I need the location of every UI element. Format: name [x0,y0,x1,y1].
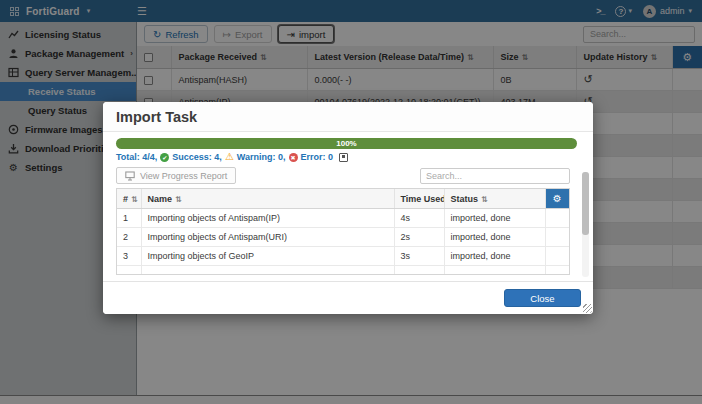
cell-task-name: Importing objects of GeoIP [141,247,394,266]
cell-num: 1 [117,209,141,228]
col-time-used[interactable]: Time Used⇅ [394,189,444,209]
cell-time-used: 2s [394,228,444,247]
sort-icon: ⇅ [175,195,182,204]
modal-actions: View Progress Report [116,167,580,184]
sort-icon: ⇅ [481,195,488,204]
import-task-modal: Import Task 100% Total: 4/4, ✔ Success: … [103,102,593,314]
task-table-header-row: #⇅ Name⇅ Time Used⇅ Status⇅ ⚙ [117,189,569,209]
task-detail-icon[interactable] [339,153,348,162]
scrollbar-thumb[interactable] [582,172,589,235]
summary-warning: Warning: 0, [237,152,286,162]
fortimanager-window: FortiGuard ▾ ☰ >_ ? ▾ A admin ▾ Licensin [0,0,702,404]
task-table: #⇅ Name⇅ Time Used⇅ Status⇅ ⚙ 1 Importin… [117,189,569,275]
col-name[interactable]: Name⇅ [141,189,394,209]
sort-icon: ⇅ [131,195,138,204]
cell-time-used: 3s [394,247,444,266]
close-button[interactable]: Close [504,289,581,307]
cell-time-used: 4s [394,209,444,228]
resize-handle-icon[interactable] [583,304,592,313]
task-row[interactable]: 3 Importing objects of GeoIP 3s imported… [117,247,569,266]
modal-body: 100% Total: 4/4, ✔ Success: 4, ⚠ Warning… [103,132,593,281]
task-row[interactable]: 2 Importing objects of Antispam(URI) 2s … [117,228,569,247]
monitor-icon [125,171,135,181]
task-row [117,266,569,276]
success-check-icon: ✔ [160,153,169,162]
task-row[interactable]: 1 Importing objects of Antispam(IP) 4s i… [117,209,569,228]
summary-error: Error: 0 [301,152,334,162]
progress-label: 100% [336,139,356,148]
col-status[interactable]: Status⇅ [444,189,545,209]
cell-num: 3 [117,247,141,266]
task-summary: Total: 4/4, ✔ Success: 4, ⚠ Warning: 0, … [116,152,580,162]
modal-footer: Close [103,281,593,314]
cell-num: 2 [117,228,141,247]
summary-total: Total: 4/4, [116,152,157,162]
cell-status: imported, done [444,228,545,247]
modal-scrollbar[interactable] [582,172,589,277]
cell-task-name: Importing objects of Antispam(IP) [141,209,394,228]
progress-bar: 100% [116,138,577,149]
modal-title: Import Task [116,109,197,125]
column-settings-button[interactable]: ⚙ [546,189,570,208]
summary-success: Success: 4, [172,152,222,162]
gear-icon: ⚙ [553,193,562,204]
task-table-wrap: #⇅ Name⇅ Time Used⇅ Status⇅ ⚙ 1 Importin… [116,188,570,275]
cell-status: imported, done [444,247,545,266]
cell-task-name: Importing objects of Antispam(URI) [141,228,394,247]
view-progress-report-label: View Progress Report [140,171,227,181]
col-num[interactable]: #⇅ [117,189,141,209]
cell-status: imported, done [444,209,545,228]
view-progress-report-button[interactable]: View Progress Report [116,167,236,184]
error-cross-icon: ✖ [289,153,298,162]
warning-icon: ⚠ [225,152,234,162]
modal-header: Import Task [103,102,593,132]
modal-search-input[interactable] [420,168,570,184]
